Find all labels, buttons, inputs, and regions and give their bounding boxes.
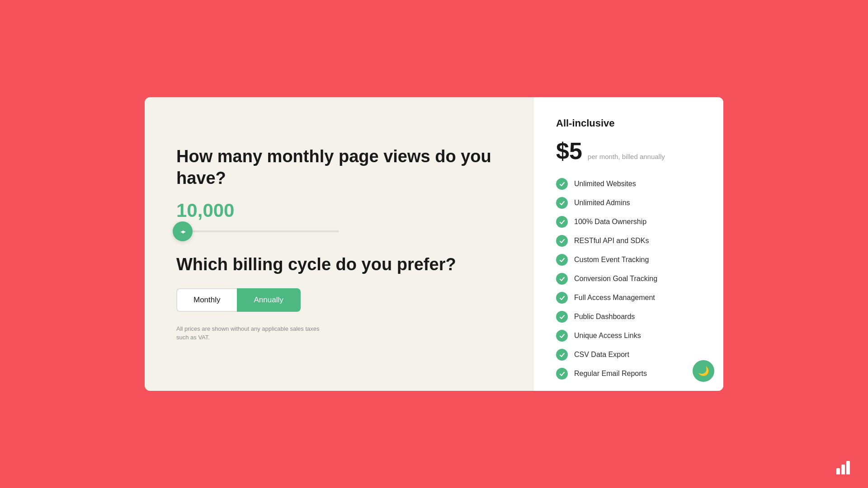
billing-toggle: Monthly Annually xyxy=(176,288,501,312)
feature-text: RESTful API and SDKs xyxy=(574,237,649,245)
feature-item: 100% Data Ownership xyxy=(556,216,701,228)
feature-item: Conversion Goal Tracking xyxy=(556,273,701,285)
feature-item: Unlimited Websites xyxy=(556,178,701,190)
check-icon xyxy=(556,216,568,228)
feature-text: Conversion Goal Tracking xyxy=(574,275,657,283)
feature-text: Full Access Management xyxy=(574,294,655,302)
pageviews-slider-container[interactable]: ◂▸ xyxy=(176,230,339,232)
feature-text: Custom Event Tracking xyxy=(574,256,649,264)
bar-3 xyxy=(846,461,850,474)
feature-item: Public Dashboards xyxy=(556,311,701,323)
bar-2 xyxy=(841,465,845,474)
pageviews-value: 10,000 xyxy=(176,200,501,221)
feature-item: CSV Data Export xyxy=(556,349,701,361)
moon-icon: 🌙 xyxy=(698,366,709,376)
check-icon xyxy=(556,273,568,285)
left-panel: How many monthly page views do you have?… xyxy=(145,97,533,391)
bar-1 xyxy=(836,468,840,474)
check-icon xyxy=(556,178,568,190)
main-container: How many monthly page views do you have?… xyxy=(145,97,723,391)
pageviews-question: How many monthly page views do you have? xyxy=(176,146,501,189)
slider-arrows-icon: ◂▸ xyxy=(180,228,185,235)
price-amount: $5 xyxy=(556,137,582,164)
monthly-button[interactable]: Monthly xyxy=(176,288,237,312)
feature-item: Full Access Management xyxy=(556,292,701,304)
check-icon xyxy=(556,235,568,247)
slider-track: ◂▸ xyxy=(176,230,339,232)
plan-name: All-inclusive xyxy=(556,117,701,129)
bar-chart-decoration xyxy=(836,461,850,474)
dark-mode-button[interactable]: 🌙 xyxy=(693,360,714,382)
check-icon xyxy=(556,311,568,323)
right-panel: All-inclusive $5 per month, billed annua… xyxy=(533,97,723,391)
feature-text: Unique Access Links xyxy=(574,332,641,340)
vat-note: All prices are shown without any applica… xyxy=(176,324,330,342)
feature-item: Regular Email Reports xyxy=(556,368,701,380)
check-icon xyxy=(556,368,568,380)
check-icon xyxy=(556,349,568,361)
features-list: Unlimited Websites Unlimited Admins 100%… xyxy=(556,178,701,380)
check-icon xyxy=(556,292,568,304)
feature-item: Custom Event Tracking xyxy=(556,254,701,266)
check-icon xyxy=(556,254,568,266)
feature-text: CSV Data Export xyxy=(574,351,629,359)
feature-text: Public Dashboards xyxy=(574,313,635,321)
feature-item: Unlimited Admins xyxy=(556,197,701,209)
annually-button[interactable]: Annually xyxy=(237,288,301,312)
check-icon xyxy=(556,197,568,209)
feature-text: Unlimited Websites xyxy=(574,180,636,188)
check-icon xyxy=(556,330,568,342)
feature-text: Unlimited Admins xyxy=(574,199,630,207)
feature-item: Unique Access Links xyxy=(556,330,701,342)
feature-item: RESTful API and SDKs xyxy=(556,235,701,247)
price-row: $5 per month, billed annually xyxy=(556,137,701,164)
feature-text: 100% Data Ownership xyxy=(574,218,646,226)
feature-text: Regular Email Reports xyxy=(574,370,647,378)
slider-thumb[interactable]: ◂▸ xyxy=(173,221,193,241)
price-period: per month, billed annually xyxy=(588,153,665,160)
billing-question: Which billing cycle do you prefer? xyxy=(176,254,501,276)
